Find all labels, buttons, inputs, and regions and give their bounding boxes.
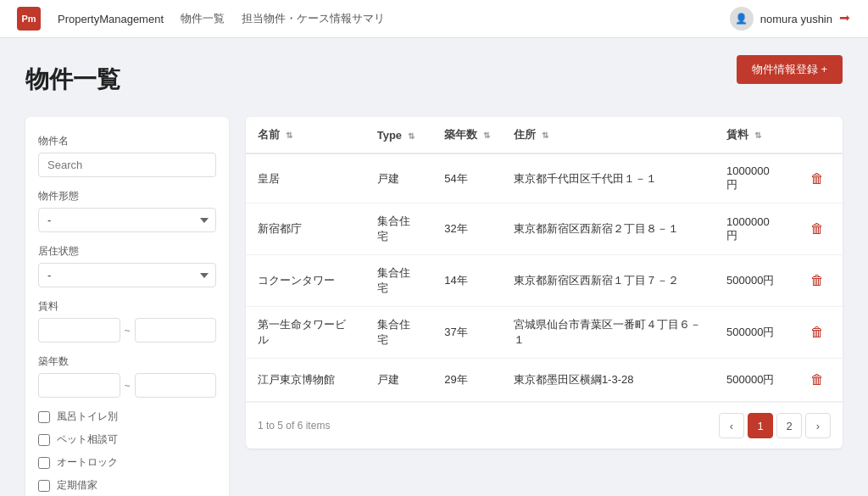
pagination-controls: ‹ 1 2 › <box>719 413 831 438</box>
cell-name: 第一生命タワービル <box>246 307 365 359</box>
checkbox-cb4[interactable] <box>38 480 50 492</box>
main-content: 物件一覧 物件名 物件形態 - 戸建 集合住宅 居住状態 - 居住中 <box>0 38 868 496</box>
table-header-row: 名前 ⇅Type ⇅築年数 ⇅住所 ⇅賃料 ⇅ <box>246 117 843 153</box>
filter-name-input[interactable] <box>38 153 216 177</box>
cell-name: 新宿都庁 <box>246 203 365 255</box>
cell-address: 宮城県仙台市青葉区一番町４丁目６－１ <box>502 307 715 359</box>
cell-action: 🗑 <box>792 203 843 255</box>
cell-years: 32年 <box>432 203 502 255</box>
filter-status-select[interactable]: - 居住中 空室 <box>38 263 216 287</box>
checkbox-cb1[interactable] <box>38 411 50 423</box>
cell-rent: 1000000円 <box>715 153 792 203</box>
cell-years: 54年 <box>432 153 502 203</box>
cell-rent: 1000000円 <box>715 203 792 255</box>
sort-icon: ⇅ <box>286 131 292 140</box>
table-header: 名前 ⇅Type ⇅築年数 ⇅住所 ⇅賃料 ⇅ <box>246 117 843 153</box>
table-row: 江戸東京博物館戸建29年東京都墨田区横綱1-3-28500000円🗑 <box>246 359 843 402</box>
delete-button[interactable]: 🗑 <box>804 270 831 292</box>
main-nav: 物件一覧 担当物件・ケース情報サマリ <box>181 11 385 26</box>
pagination-page-1[interactable]: 1 <box>748 413 773 438</box>
pagination-page-2[interactable]: 2 <box>776 413 802 438</box>
cell-name: コクーンタワー <box>246 255 365 307</box>
cell-action: 🗑 <box>792 153 843 203</box>
filter-status-label: 居住状態 <box>38 244 216 259</box>
cell-address: 東京都新宿区西新宿２丁目８－１ <box>502 203 715 255</box>
col-header-name[interactable]: 名前 ⇅ <box>246 117 365 153</box>
table-row: コクーンタワー集合住宅14年東京都新宿区西新宿１丁目７－２500000円🗑 <box>246 255 843 307</box>
pagination-info: 1 to 5 of 6 items <box>258 420 330 432</box>
property-table-section: 名前 ⇅Type ⇅築年数 ⇅住所 ⇅賃料 ⇅ 皇居戸建54年東京都千代田区千代… <box>246 117 843 449</box>
nav-properties[interactable]: 物件一覧 <box>181 11 225 26</box>
pagination-next[interactable]: › <box>805 413 831 438</box>
col-header-years[interactable]: 築年数 ⇅ <box>432 117 502 153</box>
app-header: Pm PropertyManagement 物件一覧 担当物件・ケース情報サマリ… <box>0 0 868 38</box>
cell-years: 37年 <box>432 307 502 359</box>
filter-years-row: 築年数 ~ <box>38 354 216 398</box>
filter-name-label: 物件名 <box>38 134 216 148</box>
app-logo: Pm <box>17 7 41 31</box>
table-row: 皇居戸建54年東京都千代田区千代田１－１1000000円🗑 <box>246 153 843 203</box>
checkboxes-container: 風呂トイレ別ペット相談可オートロック定期借家 <box>38 410 216 493</box>
cell-type: 集合住宅 <box>365 203 433 255</box>
cell-address: 東京都千代田区千代田１－１ <box>502 153 715 203</box>
filter-years-max[interactable] <box>135 373 217 398</box>
sort-icon: ⇅ <box>408 131 415 141</box>
cell-years: 14年 <box>432 255 502 307</box>
checkbox-label-cb3[interactable]: オートロック <box>57 455 118 470</box>
content-wrapper: 物件名 物件形態 - 戸建 集合住宅 居住状態 - 居住中 空室 <box>25 117 843 496</box>
delete-button[interactable]: 🗑 <box>804 168 831 190</box>
col-header-rent[interactable]: 賃料 ⇅ <box>715 117 792 153</box>
cell-name: 江戸東京博物館 <box>246 359 365 402</box>
col-header-address[interactable]: 住所 ⇅ <box>502 117 715 153</box>
rent-range-sep: ~ <box>125 325 131 337</box>
header-user-area: 👤 nomura yushin ⮕ <box>730 7 851 31</box>
cell-type: 集合住宅 <box>365 255 433 307</box>
cell-rent: 500000円 <box>715 359 792 402</box>
filter-name-row: 物件名 <box>38 134 216 177</box>
filter-type-select[interactable]: - 戸建 集合住宅 <box>38 208 216 232</box>
filter-rent-max[interactable] <box>135 318 217 343</box>
col-header-action <box>792 117 843 153</box>
cell-years: 29年 <box>432 359 502 402</box>
filter-years-min[interactable] <box>38 373 120 398</box>
nav-summary[interactable]: 担当物件・ケース情報サマリ <box>242 11 385 26</box>
checkbox-label-cb1[interactable]: 風呂トイレ別 <box>57 410 118 424</box>
register-property-button[interactable]: 物件情報登録 + <box>737 55 843 84</box>
sort-icon: ⇅ <box>483 131 490 140</box>
cell-address: 東京都墨田区横綱1-3-28 <box>502 359 715 402</box>
delete-button[interactable]: 🗑 <box>804 218 831 240</box>
checkbox-label-cb4[interactable]: 定期借家 <box>57 478 97 493</box>
cell-action: 🗑 <box>792 359 843 402</box>
checkbox-row-cb4: 定期借家 <box>38 478 216 493</box>
page-title: 物件一覧 <box>25 64 843 96</box>
checkbox-row-cb3: オートロック <box>38 455 216 470</box>
cell-type: 戸建 <box>365 359 433 402</box>
filter-rent-range: ~ <box>38 318 216 343</box>
sort-icon: ⇅ <box>754 131 761 140</box>
cell-action: 🗑 <box>792 255 843 307</box>
table-row: 新宿都庁集合住宅32年東京都新宿区西新宿２丁目８－１1000000円🗑 <box>246 203 843 255</box>
cell-address: 東京都新宿区西新宿１丁目７－２ <box>502 255 715 307</box>
filter-years-label: 築年数 <box>38 354 216 369</box>
filter-rent-label: 賃料 <box>38 299 216 314</box>
property-table: 名前 ⇅Type ⇅築年数 ⇅住所 ⇅賃料 ⇅ 皇居戸建54年東京都千代田区千代… <box>246 117 843 402</box>
cell-name: 皇居 <box>246 153 365 203</box>
app-title: PropertyManagement <box>58 13 164 25</box>
cell-type: 集合住宅 <box>365 307 433 359</box>
checkbox-cb3[interactable] <box>38 457 50 469</box>
delete-button[interactable]: 🗑 <box>804 369 831 391</box>
filter-rent-row: 賃料 ~ <box>38 299 216 343</box>
table-row: 第一生命タワービル集合住宅37年宮城県仙台市青葉区一番町４丁目６－１500000… <box>246 307 843 359</box>
filter-status-row: 居住状態 - 居住中 空室 <box>38 244 216 287</box>
checkbox-label-cb2[interactable]: ペット相談可 <box>57 432 118 447</box>
pagination-prev[interactable]: ‹ <box>719 413 744 438</box>
filter-rent-min[interactable] <box>38 318 120 343</box>
checkbox-row-cb1: 風呂トイレ別 <box>38 410 216 424</box>
col-header-type[interactable]: Type ⇅ <box>365 117 433 153</box>
filter-type-label: 物件形態 <box>38 189 216 203</box>
username: nomura yushin <box>760 13 832 25</box>
checkbox-cb2[interactable] <box>38 434 50 446</box>
delete-button[interactable]: 🗑 <box>804 321 831 343</box>
logout-icon[interactable]: ⮕ <box>839 12 851 25</box>
checkbox-row-cb2: ペット相談可 <box>38 432 216 447</box>
